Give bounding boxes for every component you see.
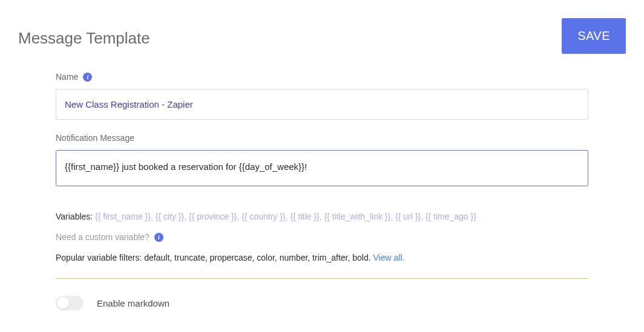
variable-token: {{ title }} [290, 212, 319, 221]
page-title: Message Template [18, 29, 150, 48]
toggle-knob [57, 297, 69, 309]
message-textarea[interactable]: {{first_name}} just booked a reservation… [56, 150, 588, 186]
custom-variable-text: Need a custom variable? [56, 232, 150, 242]
name-input[interactable] [56, 89, 588, 120]
info-icon[interactable]: i [83, 73, 92, 82]
variable-token: {{ time_ago }} [426, 212, 476, 221]
variable-token: {{ title_with_link }} [324, 212, 390, 221]
variable-token: {{ province }} [189, 212, 237, 221]
markdown-toggle-label: Enable markdown [97, 298, 169, 308]
save-button[interactable]: SAVE [562, 18, 626, 54]
name-label: Name [56, 72, 78, 82]
divider [56, 278, 588, 279]
variables-text: Variables: {{ first_name }}, {{ city }},… [56, 212, 588, 221]
variable-token: {{ url }} [395, 212, 421, 221]
variable-token: {{ city }} [156, 212, 184, 221]
message-label: Notification Message [56, 133, 134, 143]
filters-text: Popular variable filters: default, trunc… [56, 253, 588, 262]
variable-token: {{ country }} [242, 212, 285, 221]
markdown-toggle[interactable] [56, 296, 84, 310]
info-icon[interactable]: i [154, 233, 163, 242]
variable-token: {{ first_name }} [95, 212, 151, 221]
view-all-link[interactable]: View all. [373, 253, 405, 262]
